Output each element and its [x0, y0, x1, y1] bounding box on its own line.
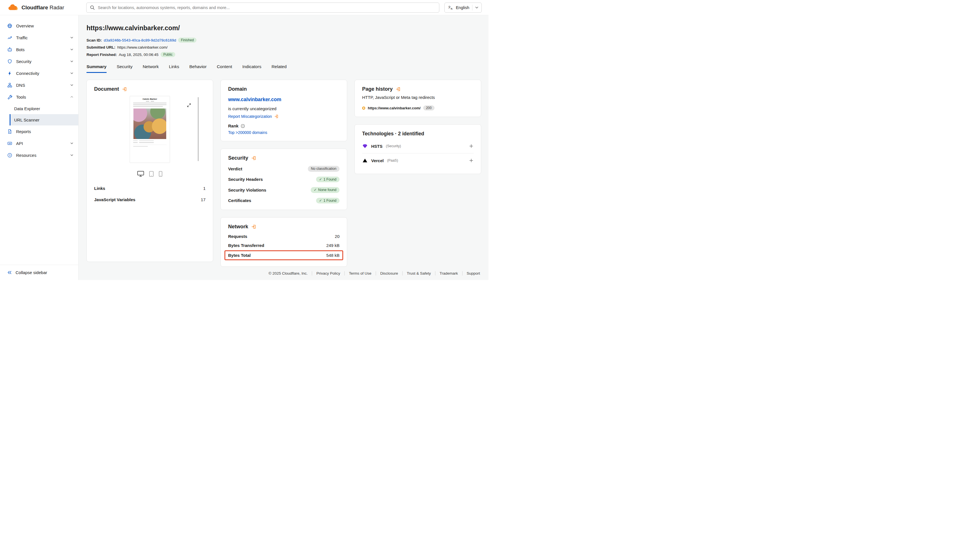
footer-link-trust[interactable]: Trust & Safety [402, 271, 431, 275]
footer-link-trademark[interactable]: Trademark [435, 271, 458, 275]
network-card-title: Network [228, 224, 248, 230]
sidebar-item-connectivity[interactable]: Connectivity [0, 67, 78, 79]
redirect-url: https://www.calvinbarker.com/ [368, 106, 421, 110]
footer: © 2025 Cloudflare, Inc. Privacy Policy T… [87, 267, 481, 278]
sidebar-item-traffic[interactable]: Traffic [0, 32, 78, 43]
brand-text: Cloudflare Radar [22, 5, 64, 11]
svg-text:?: ? [242, 125, 244, 127]
page-title: https://www.calvinbarker.com/ [87, 24, 481, 32]
security-card: Security Verdict No classification Secur… [220, 148, 347, 210]
sitemap-icon [7, 83, 12, 88]
help-icon[interactable]: ? [240, 124, 245, 128]
check-icon: ✓ [319, 178, 322, 182]
mobile-view-button[interactable] [159, 171, 162, 177]
domain-link[interactable]: www.calvinbarker.com [228, 97, 281, 103]
submitted-url-label: Submitted URL: [87, 45, 115, 50]
sidebar-item-security[interactable]: Security [0, 55, 78, 67]
add-technology-button[interactable] [469, 144, 474, 148]
technologies-card: Technologies · 2 identified HSTS (Securi… [354, 124, 481, 174]
preview-scrollbar[interactable] [198, 97, 199, 161]
overview-icon [7, 23, 12, 28]
technologies-title: Technologies · 2 identified [362, 131, 474, 137]
tablet-view-button[interactable] [149, 171, 154, 177]
bytes-transferred-label: Bytes Transferred [228, 243, 264, 248]
tab-links[interactable]: Links [169, 64, 179, 73]
report-miscategorization-link[interactable]: Report Miscategorization [228, 114, 339, 119]
tab-summary[interactable]: Summary [87, 64, 107, 73]
sidebar-item-dns[interactable]: DNS [0, 79, 78, 91]
footer-link-support[interactable]: Support [462, 271, 480, 275]
footer-link-privacy[interactable]: Privacy Policy [312, 271, 340, 275]
technology-row-vercel: Vercel (PaaS) [362, 153, 474, 168]
tab-content[interactable]: Content [217, 64, 232, 73]
scan-id-label: Scan ID: [87, 38, 102, 42]
hsts-icon [362, 143, 368, 149]
requests-label: Requests [228, 234, 247, 239]
verdict-row: Verdict No classification [228, 166, 339, 172]
sidebar-item-label: DNS [16, 83, 67, 88]
bytes-total-value: 548 kB [326, 253, 339, 258]
sidebar-item-url-scanner[interactable]: URL Scanner [10, 114, 78, 125]
report-finished-line: Report Finished: Aug 18, 2025, 00:06:45 … [87, 52, 481, 57]
security-violations-row: Security Violations ✓ None found [228, 187, 339, 193]
check-icon: ✓ [319, 199, 322, 203]
language-selector[interactable]: 文 A English [444, 3, 482, 13]
sidebar-item-reports[interactable]: Reports [0, 125, 78, 137]
rank-link[interactable]: Top >200000 domains [228, 130, 267, 135]
technology-name: HSTS [371, 144, 382, 148]
bytes-transferred-value: 249 kB [326, 243, 339, 248]
svg-text:API: API [8, 142, 11, 144]
tab-related[interactable]: Related [271, 64, 286, 73]
tab-behavior[interactable]: Behavior [189, 64, 207, 73]
expand-screenshot-button[interactable] [187, 103, 191, 108]
chevron-down-icon [70, 60, 73, 62]
page-history-subtitle: HTTP, JavaScript or Meta tag redirects [362, 95, 474, 100]
open-section-icon[interactable] [396, 87, 401, 92]
js-variables-value: 17 [201, 197, 205, 202]
thumbnail-footer-line [133, 146, 167, 147]
sidebar-item-label: Overview [16, 23, 73, 28]
sidebar-item-bots[interactable]: Bots [0, 43, 78, 55]
sidebar-item-resources[interactable]: ? Resources [0, 149, 78, 161]
collapse-sidebar-button[interactable]: Collapse sidebar [0, 265, 78, 280]
security-violations-label: Security Violations [228, 188, 266, 192]
tab-security[interactable]: Security [117, 64, 133, 73]
document-icon [7, 129, 12, 134]
security-violations-badge: ✓ None found [311, 187, 339, 193]
bytes-total-label: Bytes Total [228, 253, 251, 258]
open-section-icon[interactable] [251, 155, 256, 161]
thumbnail-meta-line [133, 140, 167, 141]
sidebar-spacer [0, 161, 78, 265]
certificates-badge: ✓ 1 Found [316, 198, 339, 204]
open-external-icon [274, 114, 279, 119]
cloudflare-radar-logo[interactable]: Cloudflare Radar [0, 4, 78, 11]
search-input[interactable] [86, 3, 439, 13]
add-technology-button[interactable] [469, 158, 474, 163]
tab-network[interactable]: Network [143, 64, 159, 73]
sidebar-item-tools[interactable]: Tools [0, 91, 78, 103]
open-section-icon[interactable] [122, 87, 127, 92]
global-search [86, 3, 439, 13]
footer-link-terms[interactable]: Terms of Use [344, 271, 371, 275]
category-status: is currently uncategorized [228, 106, 339, 111]
technology-name: Vercel [371, 158, 384, 163]
desktop-view-button[interactable] [137, 171, 144, 177]
sidebar-item-data-explorer[interactable]: Data Explorer [10, 103, 78, 114]
technologies-list: HSTS (Security) [362, 139, 474, 168]
brand-company: Cloudflare [22, 5, 48, 10]
chevron-down-icon [70, 72, 73, 74]
sidebar-item-overview[interactable]: Overview [0, 20, 78, 32]
footer-link-disclosure[interactable]: Disclosure [376, 271, 398, 275]
chevron-down-icon [70, 48, 73, 50]
sidebar-item-api[interactable]: API API [0, 137, 78, 149]
open-section-icon[interactable] [251, 224, 256, 230]
scan-id-link[interactable]: d3a9246b-5543-40ca-8c89-9d2d78c6169d [104, 38, 176, 42]
sidebar-item-label: Tools [16, 95, 67, 100]
shield-icon [7, 59, 12, 64]
tab-indicators[interactable]: Indicators [242, 64, 261, 73]
annotation-highlight-box: Bytes Total 548 kB [224, 250, 343, 260]
thumbnail-text-line [133, 104, 167, 105]
requests-value: 20 [335, 234, 339, 239]
links-stat-row: Links 1 [94, 186, 205, 191]
main-content: https://www.calvinbarker.com/ Scan ID: d… [78, 15, 489, 280]
